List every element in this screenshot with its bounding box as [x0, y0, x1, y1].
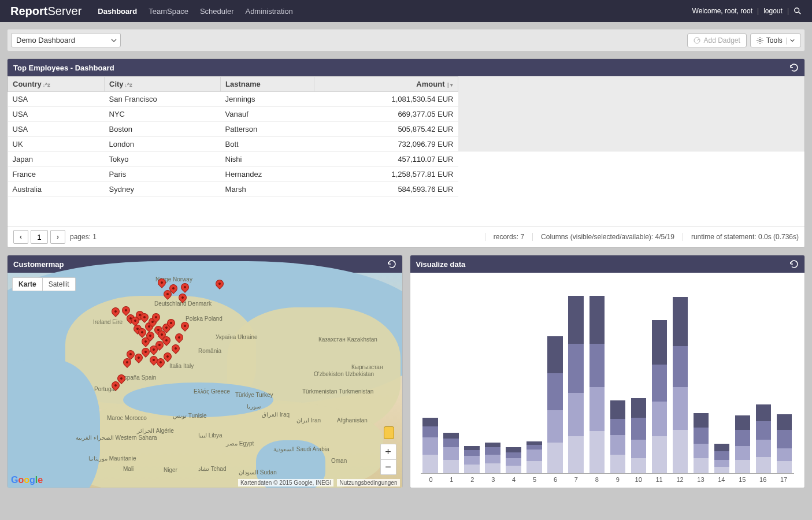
bar-segment: [694, 413, 709, 428]
page-input[interactable]: [31, 230, 48, 244]
panel-header: Visualize data: [410, 255, 805, 273]
col-amount[interactable]: Amount | ▾: [314, 77, 458, 92]
cell-country: USA: [8, 122, 105, 137]
bar-segment: [694, 428, 709, 444]
map-label: ایران Iran: [296, 417, 321, 424]
refresh-icon[interactable]: [789, 63, 799, 72]
x-tick: 10: [628, 474, 649, 483]
x-tick: 4: [503, 474, 524, 483]
cell-amount: 1,258,577.81 EUR: [314, 167, 458, 182]
map-credits: Kartendaten © 2015 Google, INEGI Nutzung…: [238, 479, 400, 486]
bar-segment: [673, 346, 688, 387]
x-tick: 3: [483, 474, 503, 483]
cell-country: France: [8, 167, 105, 182]
bar-segment: [485, 463, 500, 473]
nav-teamspace[interactable]: TeamSpace: [149, 7, 188, 16]
bar-segment: [631, 418, 647, 440]
table-row[interactable]: Australia Sydney Marsh 584,593.76 EUR: [8, 182, 458, 197]
nav-scheduler[interactable]: Scheduler: [200, 7, 234, 16]
col-lastname[interactable]: Lastname: [221, 77, 314, 92]
table-row[interactable]: USA NYC Vanauf 669,377.05 EUR: [8, 107, 458, 122]
bar-segment: [714, 451, 730, 460]
map-label: الجزائر Algérie: [137, 428, 174, 434]
bar-segment: [526, 445, 542, 450]
bar-column: [670, 297, 690, 473]
bar-segment: [673, 430, 688, 473]
separator: |: [787, 7, 789, 15]
cell-city: Tokyo: [105, 152, 221, 167]
bar-segment: [652, 320, 668, 365]
nav-right: Welcome, root, root | logout |: [692, 7, 802, 15]
bar-segment: [443, 447, 459, 459]
cell-amount: 584,593.76 EUR: [314, 182, 458, 197]
x-tick: 14: [711, 474, 732, 483]
col-city[interactable]: City↓ᴬᴢ: [105, 77, 221, 92]
bar-segment: [631, 398, 647, 418]
chevron-down-icon: [111, 38, 117, 43]
map-label: Niger: [164, 467, 177, 473]
cell-country: USA: [8, 92, 105, 107]
bar-segment: [485, 443, 500, 448]
add-dadget-button[interactable]: Add Dadget: [687, 34, 746, 47]
cell-country: USA: [8, 107, 105, 122]
cell-country: Japan: [8, 152, 105, 167]
bar-segment: [589, 296, 605, 344]
bar-segment: [485, 455, 500, 463]
next-page-button[interactable]: ›: [50, 230, 65, 244]
logout-link[interactable]: logout: [763, 7, 783, 15]
sort-icon: ↓ᴬᴢ: [125, 82, 133, 88]
bar-segment: [631, 458, 647, 473]
map-terms-link[interactable]: Nutzungsbedingungen: [337, 479, 399, 486]
table-row[interactable]: USA Boston Patterson 505,875.42 EUR: [8, 122, 458, 137]
x-tick: 17: [773, 474, 794, 483]
bar-segment: [673, 387, 688, 430]
nav-dashboard[interactable]: Dashboard: [98, 7, 137, 16]
bar-segment: [610, 419, 626, 435]
table-row[interactable]: UK London Bott 732,096.79 EUR: [8, 137, 458, 152]
cell-country: Australia: [8, 182, 105, 197]
map-canvas[interactable]: Karte Satellit + − Google Kartendaten © …: [8, 273, 402, 488]
map-label: العراق Iraq: [262, 411, 290, 418]
refresh-icon[interactable]: [387, 259, 396, 269]
map-type-satellit[interactable]: Satellit: [42, 278, 75, 291]
map-label: Mali: [123, 466, 134, 472]
google-logo: Google: [11, 475, 43, 485]
tools-button[interactable]: Tools |: [750, 34, 801, 47]
table-row[interactable]: Japan Tokyo Nishi 457,110.07 EUR: [8, 152, 458, 167]
pegman-icon[interactable]: [384, 426, 394, 439]
map-type-karte[interactable]: Karte: [13, 278, 42, 291]
prev-page-button[interactable]: ‹: [13, 230, 28, 244]
dashboard-select[interactable]: Demo Dashboard: [11, 33, 121, 47]
bar-column: [442, 433, 461, 473]
cell-country: UK: [8, 137, 105, 152]
bar-segment: [506, 447, 521, 452]
bar-segment: [756, 421, 772, 440]
bar-column: [608, 400, 628, 473]
add-dadget-label: Add Dadget: [703, 36, 740, 44]
bar-column: [504, 447, 524, 473]
bar-segment: [443, 439, 459, 447]
zoom-out-button[interactable]: −: [381, 459, 396, 474]
table-row[interactable]: France Paris Hernandez 1,258,577.81 EUR: [8, 167, 458, 182]
cell-lastname: Bott: [221, 137, 314, 152]
map-label: Ireland Eire: [93, 319, 123, 325]
filter-icon: | ▾: [446, 82, 453, 88]
cell-lastname: Hernandez: [221, 167, 314, 182]
chevron-down-icon: [790, 38, 795, 43]
zoom-in-button[interactable]: +: [381, 444, 396, 459]
bar-segment: [464, 450, 480, 456]
svg-line-3: [697, 39, 699, 40]
search-icon[interactable]: [794, 7, 802, 15]
nav-administration[interactable]: Administration: [245, 7, 292, 16]
dashboard-toolbar: Demo Dashboard Add Dadget Tools |: [7, 29, 805, 51]
map-label: Кыргызстан: [351, 364, 383, 370]
bar-segment: [506, 466, 521, 473]
bar-segment: [568, 393, 584, 436]
col-country[interactable]: Country↓ᴬᴢ: [8, 77, 105, 92]
refresh-icon[interactable]: [789, 259, 799, 269]
x-tick: 13: [690, 474, 711, 483]
table-row[interactable]: USA San Francisco Jennings 1,081,530.54 …: [8, 92, 458, 107]
bar-column: [629, 398, 648, 473]
brand-logo: ReportServer: [10, 5, 81, 18]
map-label: السودان Sudan: [239, 469, 277, 476]
